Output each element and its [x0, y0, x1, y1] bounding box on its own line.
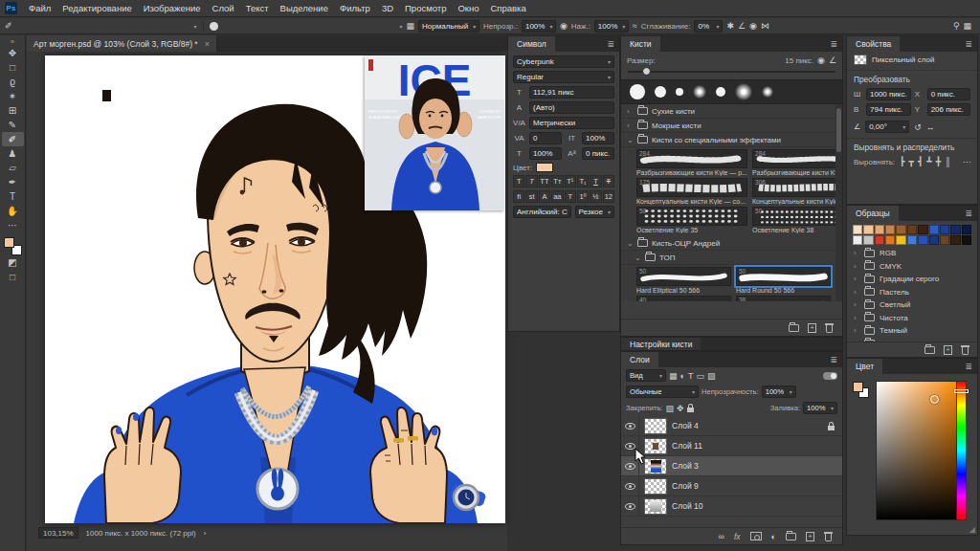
brush-item[interactable]: 50 Осветление Kyle 35 [636, 207, 747, 233]
blend-mode-select[interactable]: Нормальный ▾ [418, 20, 479, 33]
visibility-toggle[interactable] [621, 496, 639, 516]
font-family-select[interactable]: Cyberpunk ▾ [513, 55, 614, 68]
brush-preset-arrow-icon[interactable]: ▾ [398, 23, 403, 30]
color-swatch[interactable] [962, 235, 971, 245]
layer-thumbnail[interactable] [644, 438, 667, 454]
layer-row-selected[interactable]: Слой 3 [621, 456, 842, 476]
filter-type-icon[interactable]: T [688, 371, 694, 381]
brush-item-selected[interactable]: 50 Hard Round 50 566 [736, 267, 831, 294]
color-swatch[interactable] [875, 225, 884, 234]
screen-mode-button[interactable]: □ [2, 270, 24, 284]
tab-properties[interactable]: Свойства [847, 36, 900, 52]
tool-pen[interactable]: ✒ [2, 175, 24, 189]
tool-marquee[interactable]: □ [2, 60, 24, 75]
color-swatch[interactable] [885, 235, 895, 245]
color-swatch[interactable] [950, 235, 960, 245]
brush-tip-hard[interactable] [655, 86, 666, 98]
tool-magic-wand[interactable]: ✶ [2, 89, 24, 103]
panel-menu-icon[interactable]: ≣ [602, 36, 619, 52]
menu-image[interactable]: Изображение [138, 3, 207, 13]
panel-menu-icon[interactable]: ≣ [960, 359, 977, 374]
align-center-h-button[interactable]: ┳ [908, 157, 913, 166]
close-icon[interactable]: × [205, 39, 210, 49]
layer-thumbnail[interactable] [644, 458, 667, 474]
faux-italic-button[interactable]: T [525, 175, 537, 187]
hue-slider[interactable] [956, 381, 967, 520]
pressure-opacity-icon[interactable]: ◉ [560, 21, 568, 31]
new-swatch-icon[interactable]: + [944, 345, 952, 355]
toolbar-edit-button[interactable]: ⋯ [2, 218, 24, 232]
layer-thumbnail[interactable] [644, 478, 667, 495]
brush-tip-hard[interactable] [676, 88, 683, 96]
horizontal-scale-field[interactable]: 100% [529, 147, 562, 160]
menu-view[interactable]: Просмотр [399, 3, 452, 13]
flow-select[interactable]: 100% ▾ [594, 20, 629, 33]
new-group-icon[interactable] [924, 346, 935, 354]
align-left-button[interactable]: ┣ [900, 157, 904, 166]
color-swatch[interactable] [929, 225, 939, 234]
brush-item[interactable]: 284 Разбрызгивающие кисти Kyle — у... [752, 149, 842, 176]
swash-button[interactable]: A [539, 190, 550, 203]
color-swatch[interactable] [885, 225, 895, 234]
swatch-group-dark[interactable]: ›Темный [847, 324, 977, 338]
kerning-field[interactable]: Метрически [529, 117, 614, 129]
color-swatch[interactable] [929, 235, 939, 245]
blend-mode-select[interactable]: Обычные ▾ [626, 386, 699, 398]
color-swatch[interactable] [907, 235, 917, 245]
brush-tip-hard[interactable] [716, 87, 725, 97]
brush-item[interactable]: 306 Концептуальные кисти Kyle — у... [752, 178, 842, 205]
align-center-v-button[interactable]: ╋ [936, 157, 941, 166]
new-group-icon[interactable] [789, 324, 799, 332]
document-canvas[interactable]: ICE PRODUCED BY SLAVA MARLOW COVER BY [45, 55, 505, 523]
brush-group-custom[interactable]: ⌄ Кисть-ОЦР Андрей [621, 236, 842, 251]
pressure-size-icon[interactable]: ◉ [749, 21, 757, 31]
color-swatch[interactable] [896, 235, 905, 245]
foreground-color-swatch[interactable] [853, 382, 863, 392]
tool-clone-stamp[interactable]: ♟ [2, 146, 24, 161]
color-swatch[interactable] [940, 225, 949, 234]
font-style-select[interactable]: Regular ▾ [513, 71, 614, 83]
menu-layer[interactable]: Слой [207, 3, 240, 13]
swatch-group-cmyk[interactable]: ›CMYK [847, 260, 977, 274]
workspace-switcher-icon[interactable]: ▦ [963, 21, 971, 31]
color-cursor-ring[interactable] [930, 395, 939, 404]
scrollbar-thumb[interactable] [836, 108, 841, 152]
swatch-group-rgb[interactable]: ›RGB [847, 247, 977, 260]
brush-angle-icon[interactable]: ∠ [738, 21, 746, 31]
underline-button[interactable]: T [590, 175, 601, 187]
brush-group-top[interactable]: ⌄ ТОП [621, 251, 842, 265]
brush-tip-soft[interactable] [762, 86, 773, 98]
layer-opacity-field[interactable]: 100% ▾ [762, 386, 796, 398]
menu-window[interactable]: Окно [452, 3, 484, 13]
tool-eyedropper[interactable]: ✎ [2, 118, 24, 132]
slider-knob[interactable] [642, 67, 651, 76]
tool-preset-icon[interactable]: ✐ [5, 21, 12, 31]
color-swatch[interactable] [918, 235, 927, 245]
smoothing-select[interactable]: 0% ▾ [694, 20, 723, 33]
layer-row[interactable]: Слой 9 [621, 476, 842, 496]
quick-mask-button[interactable]: ◩ [2, 255, 24, 270]
visibility-toggle[interactable] [621, 416, 639, 435]
layer-name[interactable]: Слой 10 [672, 501, 703, 511]
contextual-alternates-button[interactable]: st [525, 190, 537, 203]
adjustment-layer-icon[interactable]: ◐ [771, 532, 776, 541]
tab-brush-settings[interactable]: Настройки кисти [621, 338, 701, 350]
baseline-field[interactable]: 0 пикс. [582, 147, 614, 160]
x-field[interactable]: 0 пикс. [927, 88, 970, 100]
zoom-level-field[interactable]: 103,15% [38, 527, 78, 539]
layer-row[interactable]: Слой 10 [621, 496, 842, 517]
search-icon[interactable]: ⚲ [953, 21, 960, 31]
panel-menu-icon[interactable]: ≣ [825, 352, 842, 367]
color-swatch[interactable] [940, 235, 949, 245]
more-options-icon[interactable]: ⋯ [963, 158, 970, 166]
color-swatch[interactable] [875, 235, 884, 245]
color-swatch[interactable] [907, 225, 917, 234]
tab-swatches[interactable]: Образцы [847, 206, 899, 221]
text-color-swatch[interactable] [536, 163, 553, 172]
swatch-group-pastel[interactable]: ›Пастель [847, 286, 977, 299]
brush-tip-soft[interactable] [693, 85, 706, 99]
panel-menu-icon[interactable]: ≣ [960, 206, 977, 221]
antialias-select[interactable]: Резкое ▾ [575, 206, 614, 218]
align-right-button[interactable]: ┫ [918, 157, 923, 166]
layer-thumbnail[interactable] [644, 418, 667, 434]
